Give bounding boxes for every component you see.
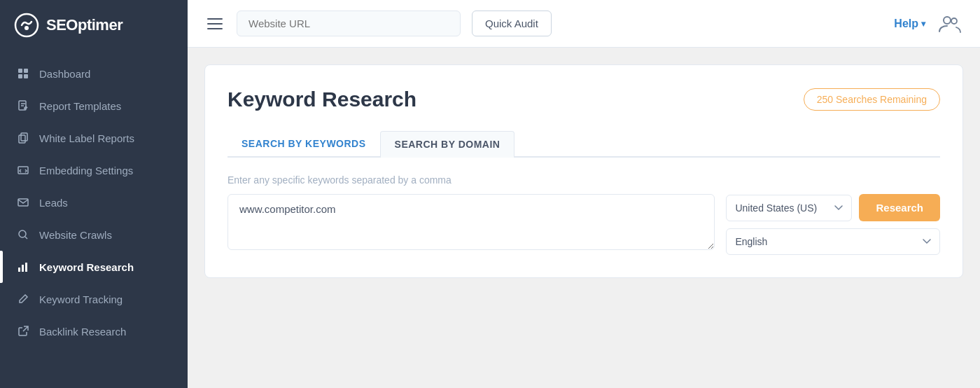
- tab-search-by-domain[interactable]: SEARCH BY DOMAIN: [380, 131, 515, 158]
- sidebar: SEOptimer Dashboard Report Templates Whi…: [0, 0, 188, 388]
- file-edit-icon: [17, 99, 29, 112]
- sidebar-item-label: Backlink Research: [39, 326, 126, 338]
- svg-rect-2: [18, 69, 22, 73]
- sidebar-item-backlink-research[interactable]: Backlink Research: [0, 315, 188, 347]
- svg-rect-14: [25, 263, 27, 272]
- language-select[interactable]: English Spanish French: [726, 228, 940, 255]
- sidebar-item-website-crawls[interactable]: Website Crawls: [0, 219, 188, 251]
- sidebar-item-dashboard[interactable]: Dashboard: [0, 57, 188, 90]
- app-name: SEOptimer: [46, 16, 122, 34]
- sidebar-item-keyword-tracking[interactable]: Keyword Tracking: [0, 283, 188, 315]
- help-button[interactable]: Help ▾: [894, 18, 925, 30]
- pencil-icon: [17, 293, 29, 305]
- svg-rect-4: [18, 74, 22, 78]
- keyword-textarea[interactable]: [227, 194, 715, 250]
- svg-rect-12: [18, 268, 20, 272]
- sidebar-item-label: Dashboard: [39, 68, 90, 80]
- svg-point-1: [24, 26, 29, 30]
- sidebar-item-label: White Label Reports: [39, 132, 134, 144]
- svg-rect-10: [18, 199, 28, 206]
- copy-icon: [17, 132, 29, 144]
- help-label: Help: [894, 18, 918, 30]
- svg-point-11: [19, 230, 26, 237]
- tab-search-by-keywords[interactable]: SEARCH BY KEYWORDS: [227, 131, 380, 158]
- sidebar-item-white-label-reports[interactable]: White Label Reports: [0, 122, 188, 154]
- content-card: Keyword Research 250 Searches Remaining …: [204, 64, 963, 278]
- users-icon[interactable]: [937, 11, 963, 37]
- main-content: Quick Audit Help ▾ Keyword Research 250 …: [188, 0, 980, 388]
- search-circle-icon: [17, 228, 29, 241]
- page-title: Keyword Research: [227, 88, 416, 111]
- logo-icon: [14, 13, 39, 38]
- svg-rect-5: [24, 74, 28, 78]
- chevron-down-icon: ▾: [921, 19, 925, 29]
- svg-rect-7: [21, 133, 27, 141]
- sidebar-item-embedding-settings[interactable]: Embedding Settings: [0, 154, 188, 186]
- search-row: United States (US) United Kingdom (GB) A…: [227, 194, 940, 255]
- sidebar-item-label: Report Templates: [39, 100, 121, 112]
- sidebar-nav: Dashboard Report Templates White Label R…: [0, 50, 188, 354]
- svg-rect-3: [24, 69, 28, 73]
- hamburger-line-2: [207, 23, 223, 25]
- svg-point-15: [944, 17, 951, 24]
- sidebar-logo: SEOptimer: [0, 0, 188, 50]
- sidebar-item-label: Keyword Tracking: [39, 293, 122, 305]
- sidebar-item-keyword-research[interactable]: Keyword Research: [0, 251, 188, 283]
- grid-icon: [17, 67, 29, 80]
- search-controls: United States (US) United Kingdom (GB) A…: [726, 194, 940, 255]
- svg-point-16: [951, 18, 957, 24]
- svg-rect-8: [19, 135, 25, 143]
- hamburger-line-3: [207, 28, 223, 29]
- card-header: Keyword Research 250 Searches Remaining: [227, 88, 940, 111]
- embed-icon: [17, 164, 29, 176]
- svg-rect-13: [22, 265, 24, 272]
- sidebar-item-label: Website Crawls: [39, 229, 112, 241]
- search-tabs: SEARCH BY KEYWORDS SEARCH BY DOMAIN: [227, 131, 940, 158]
- topbar: Quick Audit Help ▾: [188, 0, 980, 48]
- country-select[interactable]: United States (US) United Kingdom (GB) A…: [726, 195, 852, 221]
- hamburger-line-1: [207, 18, 223, 20]
- url-input[interactable]: [237, 11, 461, 36]
- page-content: Keyword Research 250 Searches Remaining …: [188, 48, 980, 388]
- external-link-icon: [17, 325, 29, 338]
- bar-chart-icon: [17, 261, 29, 273]
- country-row: United States (US) United Kingdom (GB) A…: [726, 194, 940, 221]
- hamburger-button[interactable]: [204, 15, 225, 32]
- sidebar-item-label: Leads: [39, 197, 68, 209]
- sidebar-item-leads[interactable]: Leads: [0, 186, 188, 219]
- research-button[interactable]: Research: [859, 194, 940, 221]
- sidebar-item-label: Embedding Settings: [39, 165, 133, 176]
- form-hint: Enter any specific keywords separated by…: [227, 174, 940, 186]
- searches-remaining-badge: 250 Searches Remaining: [804, 88, 940, 111]
- sidebar-item-label: Keyword Research: [39, 261, 134, 273]
- svg-point-0: [15, 14, 38, 36]
- envelope-icon: [17, 196, 29, 209]
- sidebar-item-report-templates[interactable]: Report Templates: [0, 90, 188, 122]
- quick-audit-button[interactable]: Quick Audit: [472, 11, 552, 36]
